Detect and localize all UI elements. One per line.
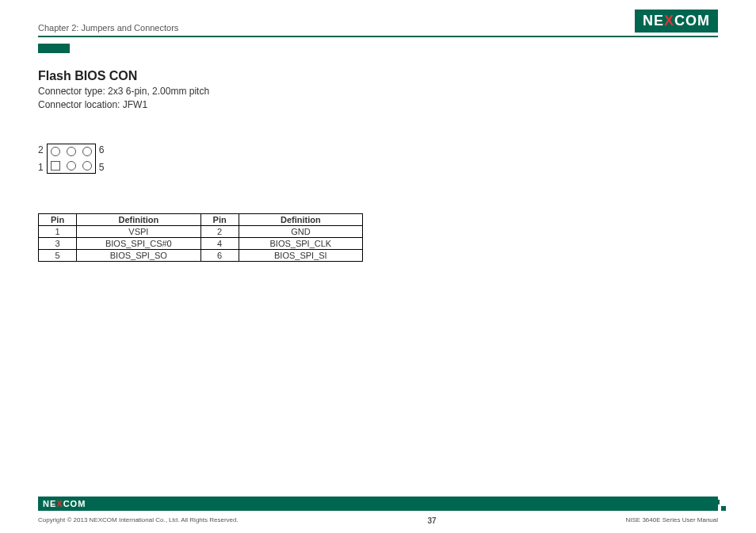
table-row: 5 BIOS_SPI_SO 6 BIOS_SPI_SI (39, 249, 363, 261)
th-pin-b: Pin (200, 213, 239, 225)
table-row: 3 BIOS_SPI_CS#0 4 BIOS_SPI_CLK (39, 237, 363, 249)
pin-3-icon (67, 161, 76, 171)
cell-def: BIOS_SPI_SO (77, 249, 200, 261)
th-pin-a: Pin (39, 213, 77, 225)
cell-def: BIOS_SPI_SI (239, 249, 362, 261)
pin-1-icon (51, 161, 60, 171)
brand-logo-top: NEXCOM (635, 10, 718, 33)
cell-def: BIOS_SPI_CLK (239, 237, 362, 249)
chapter-title: Chapter 2: Jumpers and Connectors (38, 23, 178, 33)
brand-post: COM (674, 13, 710, 29)
pin-diagram: 2 1 6 5 (38, 144, 718, 174)
pin-grid (47, 144, 96, 174)
connector-type: Connector type: 2x3 6-pin, 2.00mm pitch (38, 85, 718, 98)
pin-label-6: 6 (99, 144, 105, 155)
footer-bar: NEXCOM (38, 497, 718, 511)
pin-5-icon (82, 161, 92, 171)
cell-def: VSPI (77, 225, 200, 237)
pin-2-icon (51, 147, 60, 156)
pin-label-2: 2 (38, 144, 44, 155)
cell-pin: 1 (39, 225, 77, 237)
brand-logo-footer: NEXCOM (43, 499, 86, 508)
table-header-row: Pin Definition Pin Definition (39, 213, 363, 225)
connector-location: Connector location: JFW1 (38, 98, 718, 112)
footer-line: Copyright © 2013 NEXCOM International Co… (38, 516, 718, 525)
cell-pin: 4 (200, 237, 239, 249)
brand-x: X (664, 13, 674, 29)
pin-label-1: 1 (38, 162, 44, 173)
table-row: 1 VSPI 2 GND (39, 225, 363, 237)
footer-decoration-icon (715, 500, 726, 511)
page-number: 37 (428, 516, 437, 525)
cell-def: GND (239, 225, 362, 237)
manual-name: NISE 3640E Series User Manual (626, 516, 719, 525)
brand-pre: NE (643, 13, 664, 29)
definition-table: Pin Definition Pin Definition 1 VSPI 2 G… (38, 213, 363, 262)
cell-pin: 6 (200, 249, 239, 261)
copyright-text: Copyright © 2013 NEXCOM International Co… (38, 516, 239, 525)
section-title: Flash BIOS CON (38, 69, 718, 83)
pin-6-icon (82, 147, 92, 156)
cell-def: BIOS_SPI_CS#0 (77, 237, 200, 249)
header-rule (38, 36, 718, 37)
cell-pin: 3 (39, 237, 77, 249)
pin-4-icon (67, 147, 76, 156)
th-def-b: Definition (239, 213, 362, 225)
accent-block (38, 44, 70, 53)
cell-pin: 5 (39, 249, 77, 261)
pin-label-5: 5 (99, 162, 105, 173)
th-def-a: Definition (77, 213, 200, 225)
cell-pin: 2 (200, 225, 239, 237)
